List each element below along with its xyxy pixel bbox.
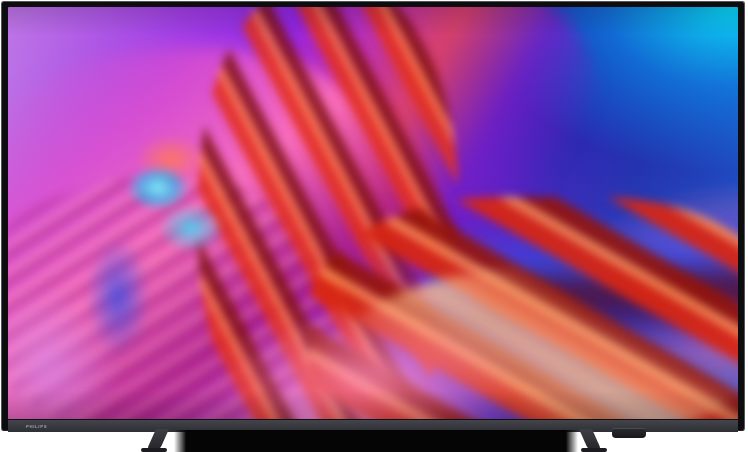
product-photo: PHILIPS — [0, 0, 748, 452]
foot-blade — [147, 429, 169, 449]
screen-gloss-overlay — [8, 7, 738, 419]
tv-stand-foot-left — [141, 429, 175, 452]
foot-blade — [579, 429, 601, 449]
tv-screen — [8, 7, 738, 419]
tv-sensor-pod — [612, 428, 646, 438]
brand-logo: PHILIPS — [26, 424, 47, 428]
foot-base — [581, 448, 607, 452]
tv-frame: PHILIPS — [1, 1, 745, 431]
tv-shadow — [174, 430, 578, 452]
tv-stand-foot-right — [573, 429, 607, 452]
foot-base — [141, 448, 167, 452]
